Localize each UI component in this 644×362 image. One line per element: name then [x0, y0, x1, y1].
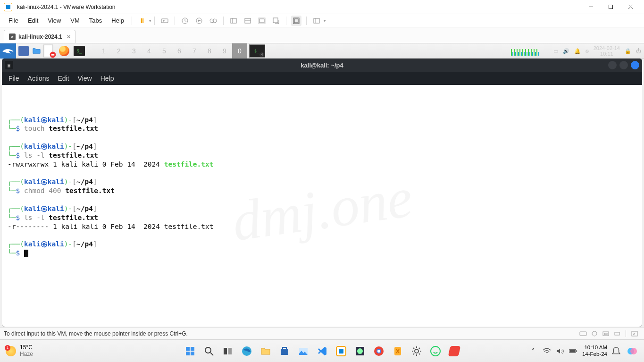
svg-rect-28: [603, 332, 609, 336]
menu-help[interactable]: Help: [107, 15, 129, 26]
menu-edit[interactable]: Edit: [23, 15, 43, 26]
taskbar-clock[interactable]: 10:10 AM 14-Feb-24: [582, 345, 607, 358]
wifi-icon[interactable]: [543, 345, 551, 357]
term-menu-help[interactable]: Help: [100, 75, 114, 82]
system-monitor-graph[interactable]: [511, 46, 549, 56]
notification-bell-icon[interactable]: 🔔: [574, 48, 581, 54]
svg-point-50: [415, 349, 418, 353]
usb-icon[interactable]: [613, 330, 621, 337]
volume-icon[interactable]: 🔊: [563, 48, 569, 54]
menu-file[interactable]: File: [4, 15, 23, 26]
workspace-5[interactable]: 5: [157, 43, 172, 59]
send-ctrl-alt-del-icon[interactable]: [159, 16, 170, 26]
copilot-icon[interactable]: [625, 344, 639, 358]
battery-icon[interactable]: [569, 345, 577, 357]
term-menu-actions[interactable]: Actions: [28, 75, 50, 82]
term-menu-view[interactable]: View: [78, 75, 92, 82]
window-minimize-button[interactable]: [581, 0, 601, 14]
layout-single-icon[interactable]: [228, 16, 239, 26]
photos-icon[interactable]: [296, 344, 310, 358]
power-icon[interactable]: ⏻: [636, 48, 641, 54]
edge-icon[interactable]: [240, 344, 254, 358]
settings-icon[interactable]: [410, 344, 424, 358]
pause-button[interactable]: II: [137, 16, 147, 26]
firefox-icon[interactable]: [57, 44, 72, 58]
workspace-9[interactable]: 9: [217, 43, 232, 59]
window-maximize-button[interactable]: [601, 0, 620, 14]
app-icon-note[interactable]: [42, 44, 57, 58]
terminal-titlebar[interactable]: ▣ kali@kali: ~/p4: [2, 59, 642, 72]
vm-tab-kali[interactable]: kali-linux-2024.1 ×: [4, 30, 75, 43]
start-button[interactable]: [183, 344, 197, 358]
image-editor-icon[interactable]: [353, 344, 367, 358]
input-grabbed-icon[interactable]: [630, 330, 639, 337]
stretch-icon[interactable]: [257, 16, 267, 26]
svg-rect-39: [228, 348, 232, 354]
panel-clock[interactable]: 2024-02-14 10:11: [594, 45, 620, 57]
microsoft-store-icon[interactable]: [277, 344, 292, 358]
svg-rect-17: [273, 18, 278, 23]
workspace-4[interactable]: 4: [142, 43, 157, 59]
menu-view[interactable]: View: [43, 15, 66, 26]
revert-icon[interactable]: [194, 16, 204, 26]
term-menu-edit[interactable]: Edit: [58, 75, 69, 82]
snapshot-icon[interactable]: [180, 16, 190, 26]
network-icon[interactable]: ⎋: [585, 48, 589, 54]
whatsapp-icon[interactable]: [428, 344, 443, 358]
weather-sun-icon: 1: [6, 346, 16, 356]
layout-multiple-icon[interactable]: [243, 16, 253, 26]
chrome-icon[interactable]: [372, 344, 386, 358]
workspace-2[interactable]: 2: [111, 43, 126, 59]
vmware-taskbar-icon[interactable]: [334, 344, 348, 358]
terminal-maximize-button[interactable]: [619, 61, 628, 69]
svg-rect-29: [604, 333, 607, 335]
workspace-0[interactable]: 0: [232, 43, 247, 59]
preferences-icon[interactable]: [311, 16, 322, 26]
workspace-8[interactable]: 8: [202, 43, 217, 59]
svg-point-51: [431, 346, 440, 356]
notification-tray-icon[interactable]: [612, 345, 620, 357]
svg-rect-31: [632, 331, 637, 336]
vmware-status-bar: To direct input to this VM, move the mou…: [0, 327, 644, 339]
unity-icon[interactable]: [271, 16, 281, 26]
network-adapter-icon[interactable]: [602, 330, 610, 337]
workspace-3[interactable]: 3: [126, 43, 142, 59]
term-menu-file[interactable]: File: [8, 75, 19, 82]
workspace-6[interactable]: 6: [172, 43, 187, 59]
close-icon[interactable]: ×: [67, 33, 71, 40]
anydesk-icon[interactable]: [447, 344, 461, 358]
window-close-button[interactable]: [620, 0, 640, 14]
task-view-button[interactable]: [221, 344, 235, 358]
terminal-close-button[interactable]: [631, 61, 639, 69]
pinned-shortcut[interactable]: [16, 44, 31, 58]
volume-tray-icon[interactable]: [556, 345, 564, 357]
screen-icon[interactable]: ▭: [553, 48, 558, 54]
fullscreen-button[interactable]: [291, 16, 301, 26]
taskbar-weather-widget[interactable]: 1 15°C Haze: [0, 345, 39, 358]
svg-rect-32: [186, 347, 190, 351]
svg-rect-54: [570, 350, 576, 352]
running-terminal-thumbnail[interactable]: $_: [249, 44, 265, 58]
terminal-minimize-button[interactable]: [608, 61, 617, 69]
chevron-up-icon[interactable]: ˄: [529, 347, 538, 354]
vmware-menubar: File Edit View VM Tabs Help II ▾ ▾: [0, 14, 644, 27]
kali-menu-button[interactable]: [0, 43, 16, 59]
terminal-window: ▣ kali@kali: ~/p4 File Actions Edit View…: [2, 59, 642, 327]
lock-icon[interactable]: 🔒: [625, 48, 631, 54]
menu-tabs[interactable]: Tabs: [84, 15, 107, 26]
menu-vm[interactable]: VM: [66, 15, 84, 26]
cdrom-icon[interactable]: [590, 330, 599, 337]
svg-rect-1: [609, 5, 612, 9]
disk-icon[interactable]: [579, 330, 587, 337]
office-icon[interactable]: [391, 344, 405, 358]
file-explorer-icon[interactable]: [259, 344, 273, 358]
workspace-1[interactable]: 1: [96, 43, 111, 59]
workspace-7[interactable]: 7: [187, 43, 202, 59]
svg-rect-38: [224, 348, 227, 354]
file-manager-icon[interactable]: [31, 46, 42, 56]
manage-snapshots-icon[interactable]: [208, 16, 218, 26]
search-button[interactable]: [202, 344, 216, 358]
terminal-body[interactable]: dmj.one ┌──(kali㉿kali)-[~/p4]└─$ touch t…: [2, 85, 642, 327]
vscode-icon[interactable]: [315, 344, 329, 358]
terminal-launcher-icon[interactable]: $_: [72, 44, 87, 58]
